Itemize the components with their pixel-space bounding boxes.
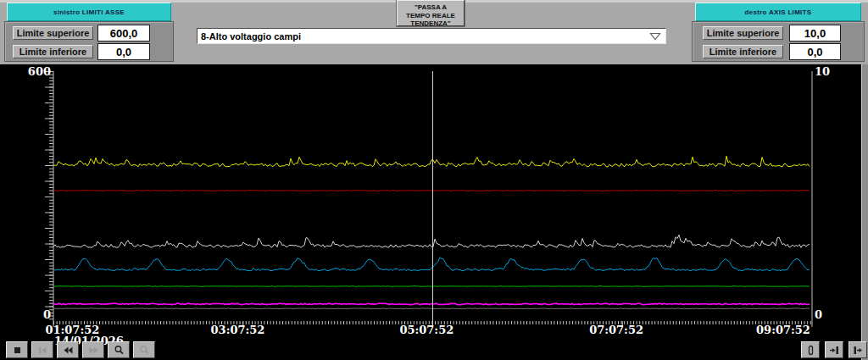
chevron-down-icon[interactable] [649,32,661,41]
right-axis-limits-header: destro AXIS LIMITS [695,3,861,21]
stop-icon [12,345,23,356]
left-upper-limit-value[interactable]: 600,0 [97,25,150,42]
arrow-into-bar-icon [829,345,840,356]
zoom-in-button[interactable] [108,341,130,358]
right-lower-limit-button[interactable]: Limite inferiore [703,45,783,58]
left-axis-min-label: 0 [25,308,51,321]
rewind-button[interactable] [57,341,79,358]
realtime-button-line2: TEMPO REALE [398,12,464,20]
pen-magenta [53,303,810,305]
right-axis-max-label: 10 [815,65,830,78]
pen-group-dropdown[interactable]: 8-Alto voltaggio campi [197,28,666,44]
cursor-bar-icon [805,345,816,356]
stop-button[interactable] [6,341,28,358]
right-upper-limit-button[interactable]: Limite superiore [703,26,783,40]
x-tick-label: 09:07:52 [756,324,810,336]
fast-forward-button[interactable] [82,341,104,358]
pen-darkgray [53,308,810,309]
x-tick-label: 05:07:52 [399,324,453,336]
pen-yellow [53,156,810,167]
x-tick-label: 07:07:52 [589,324,643,336]
realtime-button-line1: "PASSA A [398,3,464,12]
pen-cyan [53,258,810,271]
bar-with-arrow-icon [853,345,864,356]
cursor-step-left-button[interactable] [825,341,843,358]
left-axis-max-label: 600 [25,65,51,78]
right-axis-limits-panel: Limite superiore 10,0 Limite inferiore 0… [692,21,865,62]
trend-application-window: sinistro LIMITI ASSE Limite superiore 60… [0,0,868,360]
skip-to-start-button[interactable] [31,341,53,358]
x-tick-label: 03:07:52 [211,324,265,336]
right-lower-limit-value[interactable]: 0,0 [789,43,841,60]
left-lower-limit-value[interactable]: 0,0 [97,43,150,60]
right-upper-limit-value[interactable]: 10,0 [789,25,841,42]
trend-plot[interactable] [0,64,861,360]
realtime-button-line3: TENDENZA" [398,19,464,28]
trend-chart-panel: 600 0 10 0 01:07:5203:07:5205:07:5207:07… [0,64,861,360]
right-axis-min-label: 0 [815,308,822,321]
zoom-out-button[interactable] [133,341,155,358]
left-lower-limit-button[interactable]: Limite inferiore [13,45,93,58]
skip-to-start-icon [37,345,48,356]
pen-green [53,285,810,286]
zoom-out-icon [139,345,150,356]
left-upper-limit-button[interactable]: Limite superiore [13,26,93,40]
cursor-step-right-button[interactable] [849,341,867,358]
trend-cursor-button[interactable] [801,341,820,358]
pen-red [53,191,810,191]
pen-white [53,235,810,247]
left-axis-limits-header: sinistro LIMITI ASSE [7,3,171,21]
fast-forward-icon [88,345,99,356]
window-right-edge [861,64,868,360]
left-axis-limits-panel: Limite superiore 600,0 Limite inferiore … [4,21,174,62]
pen-group-selected-value: 8-Alto voltaggio campi [201,31,301,42]
rewind-icon [63,345,74,356]
switch-to-realtime-trend-button[interactable]: "PASSA A TEMPO REALE TENDENZA" [397,0,465,26]
zoom-in-icon [114,345,125,356]
